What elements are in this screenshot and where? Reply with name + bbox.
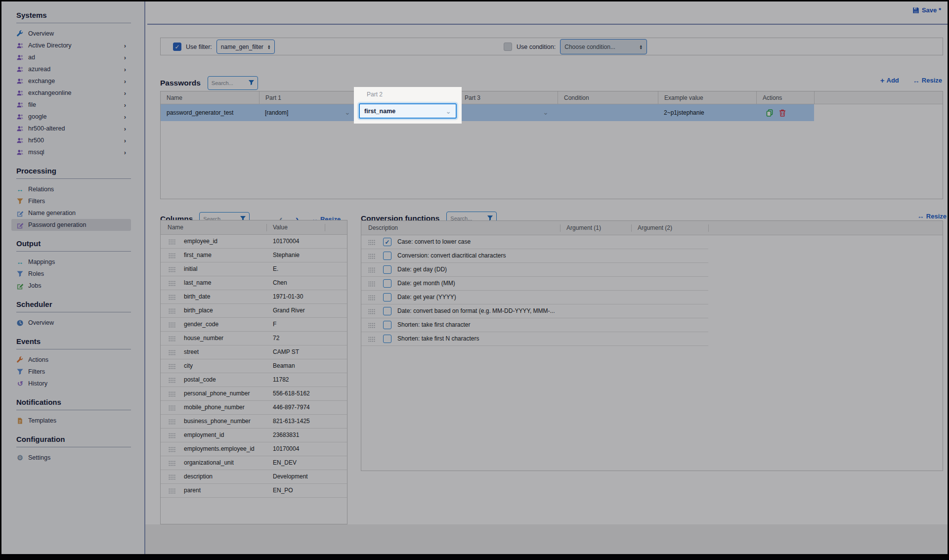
sidebar-item-mssql[interactable]: mssql› xyxy=(11,146,131,158)
column-row-mobile-phone-number[interactable]: mobile_phone_number446-897-7974 xyxy=(161,401,347,415)
sidebar-item-overview[interactable]: Overview xyxy=(11,317,131,329)
sidebar-item-settings[interactable]: ⚙Settings xyxy=(11,452,131,464)
column-row-birth-date[interactable]: birth_date1971-01-30 xyxy=(161,290,347,304)
passwords-resize-button[interactable]: ↔Resize xyxy=(913,76,942,85)
chevron-right-icon[interactable]: › xyxy=(124,126,126,132)
drag-handle-icon[interactable] xyxy=(169,350,175,355)
sidebar-item-mappings[interactable]: ↔Mappings xyxy=(11,256,131,268)
chevron-right-icon[interactable]: › xyxy=(124,43,126,49)
drag-handle-icon[interactable] xyxy=(169,405,175,411)
use-filter-checkbox[interactable]: ✓ xyxy=(173,43,181,51)
conversion-checkbox[interactable] xyxy=(383,279,391,288)
column-row-street[interactable]: streetCAMP ST xyxy=(161,345,347,359)
column-row-business-phone-number[interactable]: business_phone_number821-613-1425 xyxy=(161,415,347,429)
drag-handle-icon[interactable] xyxy=(169,308,175,314)
chevron-right-icon[interactable]: › xyxy=(124,102,126,108)
column-row-gender-code[interactable]: gender_codeF xyxy=(161,318,347,332)
sidebar-item-hr500[interactable]: hr500› xyxy=(11,134,131,146)
drag-handle-icon[interactable] xyxy=(169,239,175,245)
add-button[interactable]: +Add xyxy=(880,76,899,85)
sidebar-item-filters[interactable]: Filters xyxy=(11,366,131,378)
part2-dropdown[interactable]: first_name ⌄ xyxy=(359,103,457,119)
conversion-checkbox[interactable] xyxy=(383,293,391,302)
drag-handle-icon[interactable] xyxy=(169,419,175,425)
conversion-checkbox[interactable] xyxy=(383,252,391,260)
column-row-city[interactable]: cityBeaman xyxy=(161,359,347,373)
drag-handle-icon[interactable] xyxy=(169,378,175,383)
column-row-employments-employee-id[interactable]: employments.employee_id10170004 xyxy=(161,442,347,456)
drag-handle-icon[interactable] xyxy=(169,433,175,438)
chevron-right-icon[interactable]: › xyxy=(124,54,126,61)
drag-handle-icon[interactable] xyxy=(368,323,375,328)
conversion-row[interactable]: ✓Case: convert to lower case xyxy=(361,235,943,249)
sidebar-item-hr500-altered[interactable]: hr500-altered› xyxy=(11,123,131,134)
sidebar-item-google[interactable]: google› xyxy=(11,111,131,123)
conversion-row[interactable]: Conversion: convert diacritical characte… xyxy=(361,249,943,263)
sidebar-item-name-generation[interactable]: Name generation xyxy=(11,207,131,219)
sidebar-item-exchange[interactable]: exchange› xyxy=(11,75,131,87)
conversion-row[interactable]: Shorten: take first N characters xyxy=(361,332,943,346)
sidebar-item-ad[interactable]: ad› xyxy=(11,51,131,63)
sidebar-item-history[interactable]: ↺History xyxy=(11,378,131,389)
drag-handle-icon[interactable] xyxy=(368,267,375,273)
column-row-employee-id[interactable]: employee_id10170004 xyxy=(161,235,347,249)
column-row-initial[interactable]: initialE. xyxy=(161,262,347,276)
conversion-row[interactable]: Shorten: take first character xyxy=(361,318,943,332)
sidebar-item-relations[interactable]: ↔Relations xyxy=(11,183,131,195)
drag-handle-icon[interactable] xyxy=(169,267,175,272)
chevron-right-icon[interactable]: › xyxy=(124,78,126,85)
drag-handle-icon[interactable] xyxy=(169,391,175,397)
save-button[interactable]: Save * xyxy=(912,6,941,14)
chevron-right-icon[interactable]: › xyxy=(124,137,126,144)
sidebar-item-exchangeonline[interactable]: exchangeonline› xyxy=(11,87,131,99)
conversion-row[interactable]: Date: get month (MM) xyxy=(361,277,943,291)
chevron-right-icon[interactable]: › xyxy=(124,149,126,156)
drag-handle-icon[interactable] xyxy=(169,474,175,480)
drag-handle-icon[interactable] xyxy=(169,253,175,258)
chevron-right-icon[interactable]: › xyxy=(124,114,126,120)
passwords-search-input[interactable] xyxy=(212,77,247,89)
drag-handle-icon[interactable] xyxy=(368,281,375,287)
sidebar-item-jobs[interactable]: Jobs xyxy=(11,280,131,292)
column-row-birth-place[interactable]: birth_placeGrand River xyxy=(161,304,347,318)
use-condition-checkbox[interactable] xyxy=(504,43,512,51)
drag-handle-icon[interactable] xyxy=(169,488,175,494)
column-row-organizational-unit[interactable]: organizational_unitEN_DEV xyxy=(161,456,347,470)
column-row-parent[interactable]: parentEN_PO xyxy=(161,484,347,498)
conversion-row[interactable]: Date: convert based on format (e.g. MM-D… xyxy=(361,304,943,318)
sidebar-item-file[interactable]: file› xyxy=(11,99,131,111)
conversion-checkbox[interactable] xyxy=(383,307,391,315)
sidebar-item-actions[interactable]: Actions xyxy=(11,354,131,366)
trash-icon[interactable] xyxy=(779,109,786,117)
drag-handle-icon[interactable] xyxy=(169,322,175,328)
drag-handle-icon[interactable] xyxy=(169,336,175,342)
conversion-row[interactable]: Date: get year (YYYY) xyxy=(361,291,943,304)
drag-handle-icon[interactable] xyxy=(169,364,175,369)
drag-handle-icon[interactable] xyxy=(368,295,375,301)
column-row-personal-phone-number[interactable]: personal_phone_number556-618-5162 xyxy=(161,387,347,401)
chevron-right-icon[interactable]: › xyxy=(124,66,126,73)
sidebar-item-roles[interactable]: Roles xyxy=(11,268,131,280)
drag-handle-icon[interactable] xyxy=(169,461,175,466)
conversion-checkbox[interactable]: ✓ xyxy=(383,238,391,246)
chevron-down-icon[interactable]: ⌄ xyxy=(543,104,549,121)
drag-handle-icon[interactable] xyxy=(169,295,175,300)
drag-handle-icon[interactable] xyxy=(169,447,175,452)
column-row-description[interactable]: descriptionDevelopment xyxy=(161,470,347,484)
column-row-first-name[interactable]: first_nameStephanie xyxy=(161,249,347,262)
drag-handle-icon[interactable] xyxy=(169,281,175,286)
password-part1-cell[interactable]: [random] xyxy=(259,104,338,121)
conversions-resize-button[interactable]: ↔Resize xyxy=(917,212,947,220)
password-row[interactable]: password_generator_test [random] ⌄ ⌄ 2~p… xyxy=(161,104,814,121)
column-row-postal-code[interactable]: postal_code11782 xyxy=(161,373,347,387)
drag-handle-icon[interactable] xyxy=(368,309,375,314)
column-row-last-name[interactable]: last_nameChen xyxy=(161,276,347,290)
sidebar-item-templates[interactable]: Templates xyxy=(11,415,131,427)
column-row-house-number[interactable]: house_number72 xyxy=(161,332,347,345)
sidebar-item-active-directory[interactable]: Active Directory› xyxy=(11,40,131,51)
copy-icon[interactable] xyxy=(766,109,773,117)
conversion-checkbox[interactable] xyxy=(383,321,391,329)
column-row-employment-id[interactable]: employment_id23683831 xyxy=(161,429,347,442)
filter-select[interactable]: name_gen_filter ▲▼ xyxy=(216,40,275,54)
sidebar-item-filters[interactable]: Filters xyxy=(11,195,131,207)
